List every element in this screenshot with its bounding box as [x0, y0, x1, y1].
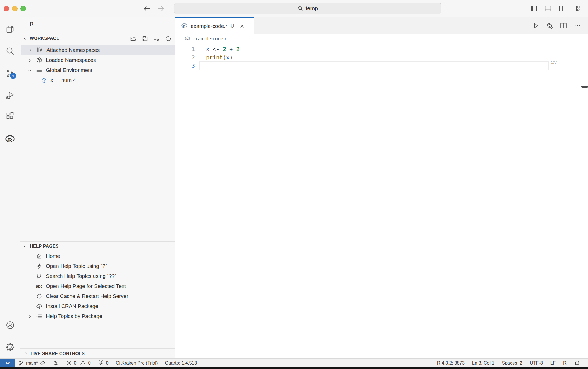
quarto-status-item[interactable]: Quarto: 1.4.513 — [165, 360, 197, 366]
search-icon — [297, 6, 303, 11]
layout-customize-icon — [573, 5, 580, 12]
chevron-right-icon[interactable] — [27, 314, 32, 319]
help-item-clear-cache[interactable]: Clear Cache & Restart Help Server — [20, 291, 175, 301]
more-actions-icon[interactable] — [574, 22, 581, 30]
activity-settings-button[interactable] — [0, 342, 20, 352]
save-icon[interactable] — [141, 35, 148, 42]
git-graph-status-item[interactable] — [53, 360, 59, 366]
help-item-open-help-selected[interactable]: abc Open Help Page for Selected Text — [20, 281, 175, 291]
sidebar-title-row: R ··· — [20, 17, 175, 31]
window-minimize-button[interactable] — [12, 6, 18, 11]
arrow-left-icon — [143, 4, 151, 13]
activity-r-button[interactable]: R — [0, 134, 20, 144]
help-item-label: Open Help Topic using `?` — [46, 263, 107, 269]
chevron-right-icon — [229, 37, 233, 41]
help-item-install-cran[interactable]: Install CRAN Package — [20, 301, 175, 311]
help-item-home[interactable]: Home — [20, 251, 175, 261]
help-item-open-help-topic[interactable]: Open Help Topic using `?` — [20, 261, 175, 271]
encoding-item[interactable]: UTF-8 — [530, 360, 543, 366]
source-control-badge: 1 — [10, 73, 16, 79]
tab-example-code[interactable]: R example-code.r U — [175, 17, 254, 34]
code-line-3: 3 — [175, 62, 588, 70]
r-file-icon: R — [185, 36, 190, 41]
help-item-label: Search Help Topics using `??` — [46, 273, 116, 279]
git-graph-icon — [53, 360, 59, 366]
activity-account-button[interactable] — [0, 320, 20, 330]
close-icon[interactable] — [239, 23, 245, 29]
home-icon — [35, 253, 43, 259]
activity-search-button[interactable] — [0, 46, 20, 56]
search-icon — [35, 273, 43, 280]
toggle-panel-button[interactable] — [544, 5, 552, 12]
activity-run-debug-button[interactable] — [0, 90, 20, 100]
chevron-right-icon[interactable] — [27, 58, 32, 63]
notifications-bell-button[interactable] — [574, 360, 580, 366]
split-editor-button[interactable] — [560, 22, 567, 30]
breadcrumb-more[interactable]: ... — [235, 36, 239, 42]
toggle-secondary-sidebar-button[interactable] — [558, 5, 566, 12]
breadcrumb-file[interactable]: example-code.r — [193, 36, 226, 42]
extensions-icon — [6, 111, 14, 120]
chevron-right-icon[interactable] — [28, 48, 33, 53]
scrollbar-thumb[interactable] — [581, 86, 588, 88]
navigate-forward-button[interactable] — [157, 4, 165, 13]
command-center-text: temp — [306, 5, 318, 12]
workspace-section-header[interactable]: WORKSPACE — [20, 33, 175, 43]
activity-source-control-button[interactable]: 1 — [0, 68, 20, 78]
clear-all-icon[interactable] — [153, 35, 160, 42]
chevron-down-icon[interactable] — [27, 68, 32, 73]
gitkraken-status-item[interactable]: GitKraken Pro (Trial) — [116, 360, 158, 366]
svg-text:R: R — [8, 137, 13, 144]
customize-layout-button[interactable] — [573, 5, 580, 12]
git-branch-icon — [18, 360, 24, 366]
activity-extensions-button[interactable] — [0, 111, 20, 121]
live-share-header[interactable]: LIVE SHARE CONTROLS — [20, 349, 175, 359]
variable-value: num 4 — [61, 77, 76, 83]
tree-item-attached-namespaces[interactable]: Attached Namespaces — [21, 45, 175, 55]
help-item-label: Help Topics by Package — [46, 313, 102, 319]
language-mode-item[interactable]: R — [563, 360, 567, 366]
open-changes-button[interactable] — [546, 22, 553, 30]
library-icon — [36, 47, 44, 54]
code-token: ( — [223, 54, 226, 61]
open-folder-icon[interactable] — [130, 35, 137, 42]
command-center-search[interactable]: temp — [174, 3, 441, 14]
tree-item-loaded-namespaces[interactable]: Loaded Namespaces — [20, 55, 175, 65]
chevron-down-icon — [23, 36, 28, 41]
run-file-button[interactable] — [532, 22, 540, 30]
r-session-status-item[interactable]: R 4.3.2: 3873 — [437, 360, 465, 366]
sidebar-title: R — [30, 21, 34, 27]
toggle-primary-sidebar-button[interactable] — [530, 5, 538, 12]
scrollbar-track — [581, 61, 581, 369]
ports-status-item[interactable]: 0 — [98, 360, 109, 366]
code-area[interactable]: 1 x <- 2 + 2 2 print(x) 3 — [175, 43, 588, 358]
problems-status-item[interactable]: 0 0 — [66, 360, 90, 366]
minimap[interactable] — [551, 61, 557, 65]
navigate-back-button[interactable] — [143, 4, 151, 13]
help-pages-header[interactable]: HELP PAGES — [20, 242, 175, 251]
broadcast-tower-icon — [98, 360, 104, 366]
warning-icon — [80, 360, 86, 366]
indentation-item[interactable]: Spaces: 2 — [502, 360, 522, 366]
help-item-search-help-topics[interactable]: Search Help Topics using `??` — [20, 271, 175, 281]
refresh-icon[interactable] — [165, 35, 172, 42]
more-actions-icon[interactable]: ··· — [161, 19, 168, 26]
status-bar: >< main* 0 0 0 GitKraken Pro (Trial) Qua… — [0, 358, 588, 367]
eol-item[interactable]: LF — [550, 360, 556, 366]
cursor-position-item[interactable]: Ln 3, Col 1 — [472, 360, 494, 366]
help-item-topics-by-package[interactable]: Help Topics by Package — [20, 311, 175, 321]
activity-explorer-button[interactable] — [0, 24, 20, 34]
tree-item-global-environment[interactable]: Global Environment — [20, 65, 175, 75]
window-close-button[interactable] — [4, 6, 9, 11]
tree-item-variable-x[interactable]: x num 4 — [20, 75, 175, 85]
remote-indicator[interactable]: >< — [0, 359, 15, 367]
abc-word-icon: abc — [35, 284, 43, 288]
error-count: 0 — [74, 360, 76, 366]
branch-status-item[interactable]: main* — [18, 360, 46, 366]
ports-count: 0 — [106, 360, 109, 366]
gear-icon — [6, 343, 15, 352]
window-zoom-button[interactable] — [20, 6, 26, 11]
refresh-icon — [35, 293, 43, 300]
r-file-icon: R — [181, 23, 188, 29]
tab-bar: R example-code.r U — [175, 17, 588, 34]
